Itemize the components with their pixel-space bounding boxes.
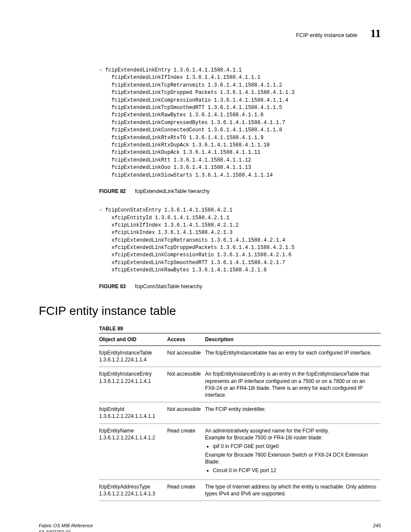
header-title: FCIP entity instance table: [296, 32, 357, 39]
access-value: Not accessible: [167, 402, 205, 423]
page-header: FCIP entity instance table 11: [39, 26, 381, 41]
figure-83-caption: FIGURE 83 fcipConnStatsTable hierarchy: [99, 283, 381, 290]
table-row: fcipEntityName 1.3.6.1.2.1.224.1.1.4.1.2…: [99, 423, 381, 479]
section-title: FCIP entity instance table: [39, 303, 381, 319]
object-name: fcipEntityInstanceEntry: [99, 370, 164, 377]
mib-table: Object and OID Access Description fcipEn…: [99, 333, 381, 501]
figure-label: FIGURE 82: [99, 188, 126, 194]
description-value: An fcipEntityInstanceEntry is an entry i…: [205, 367, 381, 402]
object-oid: 1.3.6.1.2.1.224.1.1.4: [99, 356, 164, 363]
figure-82-code: - fcipExtendedLinkEntry 1.3.6.1.4.1.1588…: [99, 67, 381, 179]
access-value: Read create: [167, 479, 205, 501]
table-row: fcipEntityInstanceTable 1.3.6.1.2.1.224.…: [99, 346, 381, 367]
col-header-object: Object and OID: [99, 333, 167, 345]
page-footer: Fabric OS MIB Reference 53-1002750-01 24…: [39, 523, 381, 532]
figure-83-code: - fcipConnStatsEntry 1.3.6.1.4.1.1588.4.…: [99, 207, 381, 274]
description-value: The type of Internet address by which th…: [205, 479, 381, 501]
object-oid: 1.3.6.1.2.1.224.1.1.4.1: [99, 378, 164, 385]
object-name: fcipEntityAddressType: [99, 483, 164, 490]
figure-label: FIGURE 83: [99, 283, 126, 289]
description-value: An administratively assigned name for th…: [205, 423, 381, 479]
table-header-row: Object and OID Access Description: [99, 333, 381, 345]
access-value: Read create: [167, 423, 205, 479]
description-value: The fcipEntityInstancetable has an entry…: [205, 346, 381, 367]
object-name: fcipEntityId: [99, 406, 164, 413]
access-value: Not accessible: [167, 367, 205, 402]
object-oid: 1.3.6.1.2.1.224.1.1.4.1.2: [99, 434, 164, 441]
footer-doc-title: Fabric OS MIB Reference: [39, 523, 93, 529]
footer-doc-number: 53-1002750-01: [39, 529, 93, 532]
chapter-number: 11: [370, 26, 381, 41]
table-row: fcipEntityId 1.3.6.1.2.1.224.1.1.4.1.1 N…: [99, 402, 381, 423]
object-name: fcipEntityName: [99, 427, 164, 434]
object-oid: 1.3.6.1.2.1.224.1.1.4.1.1: [99, 413, 164, 420]
figure-title: fcipConnStatsTable hierarchy: [135, 283, 202, 289]
table-row: fcipEntityAddressType 1.3.6.1.2.1.224.1.…: [99, 479, 381, 501]
description-value: The FCIP entity indentifier.: [205, 402, 381, 423]
figure-82-caption: FIGURE 82 fcipExtendedLinkTable hierarch…: [99, 188, 381, 195]
object-name: fcipEntityInstanceTable: [99, 349, 164, 356]
table-caption: TABLE 89: [99, 325, 381, 332]
col-header-access: Access: [167, 333, 205, 345]
page-number: 245: [373, 523, 381, 532]
col-header-description: Description: [205, 333, 381, 345]
access-value: Not accessible: [167, 346, 205, 367]
figure-title: fcipExtendedLinkTable hierarchy: [135, 188, 209, 194]
object-oid: 1.3.6.1.2.1.224.1.1.4.1.3: [99, 490, 164, 497]
table-row: fcipEntityInstanceEntry 1.3.6.1.2.1.224.…: [99, 367, 381, 402]
